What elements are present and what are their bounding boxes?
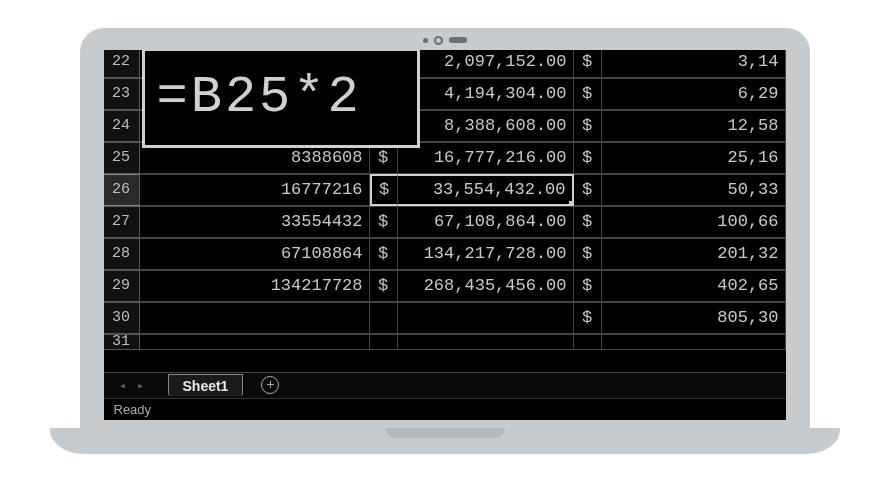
cell-E25[interactable]: $ (574, 142, 602, 174)
table-row: 30$805,30 (104, 302, 786, 334)
sheet-tab-bar: ◂ ▸ Sheet1 + (104, 372, 786, 398)
laptop-base (50, 428, 840, 454)
tab-nav-next[interactable]: ▸ (132, 379, 150, 392)
row-header[interactable]: 31 (104, 334, 140, 350)
cell-E29[interactable]: $ (574, 270, 602, 302)
table-row: 31 (104, 334, 786, 350)
screen: 222,097,152.00$3,14234,194,304.00$6,2924… (104, 50, 786, 420)
cell-B30[interactable] (140, 302, 370, 334)
cell-D31[interactable] (398, 334, 574, 350)
cell-C26[interactable]: $ (370, 174, 398, 206)
cell-E27[interactable]: $ (574, 206, 602, 238)
row-header[interactable]: 27 (104, 206, 140, 238)
webcam-cluster (423, 36, 467, 45)
cell-C29[interactable]: $ (370, 270, 398, 302)
cell-B27[interactable]: 33554432 (140, 206, 370, 238)
cell-C27[interactable]: $ (370, 206, 398, 238)
row-header[interactable]: 28 (104, 238, 140, 270)
cell-D28[interactable]: 134,217,728.00 (398, 238, 574, 270)
cell-E30[interactable]: $ (574, 302, 602, 334)
cell-F25[interactable]: 25,16 (602, 142, 786, 174)
tab-nav-prev[interactable]: ◂ (114, 379, 132, 392)
cell-C28[interactable]: $ (370, 238, 398, 270)
row-header[interactable]: 26 (104, 174, 140, 206)
laptop-body: 222,097,152.00$3,14234,194,304.00$6,2924… (80, 28, 810, 428)
cell-F27[interactable]: 100,66 (602, 206, 786, 238)
cell-E23[interactable]: $ (574, 78, 602, 110)
cell-E28[interactable]: $ (574, 238, 602, 270)
row-header[interactable]: 25 (104, 142, 140, 174)
cell-D30[interactable] (398, 302, 574, 334)
cell-F22[interactable]: 3,14 (602, 50, 786, 78)
cell-B31[interactable] (140, 334, 370, 350)
cell-F31[interactable] (602, 334, 786, 350)
cell-D25[interactable]: 16,777,216.00 (398, 142, 574, 174)
row-header[interactable]: 30 (104, 302, 140, 334)
table-row: 2616777216$33,554,432.00$50,33 (104, 174, 786, 206)
laptop-frame: 222,097,152.00$3,14234,194,304.00$6,2924… (50, 28, 840, 473)
cam-led-icon (423, 38, 428, 43)
fill-handle[interactable] (569, 201, 574, 206)
cell-E22[interactable]: $ (574, 50, 602, 78)
formula-overlay: =B25*2 (142, 50, 420, 148)
cell-F26[interactable]: 50,33 (602, 174, 786, 206)
cell-D26[interactable]: 33,554,432.00 (398, 174, 574, 206)
cell-F30[interactable]: 805,30 (602, 302, 786, 334)
sensor-icon (449, 37, 467, 43)
cell-E26[interactable]: $ (574, 174, 602, 206)
table-row: 29134217728$268,435,456.00$402,65 (104, 270, 786, 302)
row-header[interactable]: 29 (104, 270, 140, 302)
cell-C31[interactable] (370, 334, 398, 350)
cell-F24[interactable]: 12,58 (602, 110, 786, 142)
cell-D22[interactable]: 2,097,152.00 (398, 50, 574, 78)
cell-E24[interactable]: $ (574, 110, 602, 142)
cell-B29[interactable]: 134217728 (140, 270, 370, 302)
sheet-tab-active[interactable]: Sheet1 (168, 374, 244, 396)
cell-D29[interactable]: 268,435,456.00 (398, 270, 574, 302)
cell-D27[interactable]: 67,108,864.00 (398, 206, 574, 238)
row-header[interactable]: 23 (104, 78, 140, 110)
cell-F28[interactable]: 201,32 (602, 238, 786, 270)
webcam-icon (434, 36, 443, 45)
cell-D23[interactable]: 4,194,304.00 (398, 78, 574, 110)
cell-B26[interactable]: 16777216 (140, 174, 370, 206)
status-bar: Ready (104, 398, 786, 420)
status-text: Ready (114, 402, 152, 417)
add-sheet-button[interactable]: + (261, 376, 279, 394)
table-row: 2733554432$67,108,864.00$100,66 (104, 206, 786, 238)
cell-B28[interactable]: 67108864 (140, 238, 370, 270)
table-row: 2867108864$134,217,728.00$201,32 (104, 238, 786, 270)
cell-D24[interactable]: 8,388,608.00 (398, 110, 574, 142)
cell-C30[interactable] (370, 302, 398, 334)
cell-F29[interactable]: 402,65 (602, 270, 786, 302)
row-header[interactable]: 24 (104, 110, 140, 142)
cell-E31[interactable] (574, 334, 602, 350)
cell-F23[interactable]: 6,29 (602, 78, 786, 110)
row-header[interactable]: 22 (104, 50, 140, 78)
